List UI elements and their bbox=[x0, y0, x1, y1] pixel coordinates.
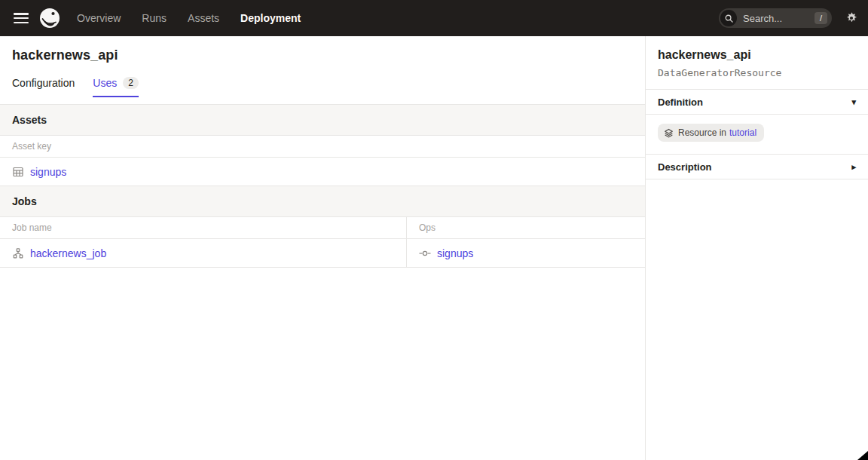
hamburger-icon[interactable] bbox=[14, 13, 29, 23]
resource-origin-tag: Resource in tutorial bbox=[658, 124, 764, 142]
resource-name: hackernews_api bbox=[658, 48, 856, 62]
assets-column-header-row: Asset key bbox=[0, 136, 645, 158]
dagster-logo[interactable] bbox=[39, 8, 60, 29]
page-title: hackernews_api bbox=[12, 36, 633, 63]
column-asset-key: Asset key bbox=[0, 141, 63, 152]
nav-item-deployment[interactable]: Deployment bbox=[240, 12, 301, 24]
asset-row: signups bbox=[0, 158, 645, 186]
description-section-label: Description bbox=[658, 161, 712, 173]
tag-prefix: Resource in bbox=[678, 127, 726, 138]
asset-cell: signups bbox=[0, 158, 78, 186]
job-name-cell: hackernews_job bbox=[0, 239, 407, 267]
definition-section-toggle[interactable]: Definition ▾ bbox=[646, 90, 868, 115]
top-nav: Overview Runs Assets Deployment / bbox=[0, 0, 868, 36]
layers-icon bbox=[664, 128, 674, 138]
assets-section-header: Assets bbox=[0, 105, 645, 136]
job-link-hackernews-job[interactable]: hackernews_job bbox=[30, 247, 106, 259]
jobs-section-header: Jobs bbox=[0, 186, 645, 217]
side-panel-header: hackernews_api DataGeneratorResource bbox=[646, 36, 868, 90]
main-content: hackernews_api Configuration Uses 2 Asse… bbox=[0, 36, 645, 460]
column-ops: Ops bbox=[407, 222, 645, 233]
nav-links: Overview Runs Assets Deployment bbox=[77, 12, 301, 24]
chevron-down-icon: ▾ bbox=[851, 97, 856, 107]
search-input[interactable] bbox=[743, 13, 806, 24]
asset-table-icon bbox=[12, 166, 24, 178]
nav-right: / bbox=[719, 8, 857, 28]
search-icon bbox=[720, 10, 737, 26]
tab-uses-label: Uses bbox=[93, 77, 117, 89]
job-row: hackernews_job signups bbox=[0, 239, 645, 268]
definition-section-body: Resource in tutorial bbox=[646, 115, 868, 155]
asset-link-signups[interactable]: signups bbox=[30, 166, 66, 178]
nav-item-runs[interactable]: Runs bbox=[142, 12, 167, 24]
assets-section-title: Assets bbox=[12, 114, 47, 126]
tab-bar: Configuration Uses 2 bbox=[12, 77, 633, 97]
definition-section-label: Definition bbox=[658, 97, 703, 108]
nav-item-overview[interactable]: Overview bbox=[77, 12, 121, 24]
tag-tutorial-link[interactable]: tutorial bbox=[729, 127, 756, 138]
tab-configuration-label: Configuration bbox=[12, 77, 75, 89]
jobs-column-header-row: Job name Ops bbox=[0, 217, 645, 239]
nav-item-assets[interactable]: Assets bbox=[188, 12, 219, 24]
tab-uses-count-badge: 2 bbox=[123, 77, 139, 89]
search-shortcut-key: / bbox=[815, 12, 827, 24]
column-job-name: Job name bbox=[0, 217, 407, 238]
chevron-right-icon: ▸ bbox=[851, 162, 856, 172]
job-graph-icon bbox=[12, 247, 24, 259]
page-header: hackernews_api Configuration Uses 2 bbox=[0, 36, 645, 105]
gear-icon[interactable] bbox=[845, 12, 857, 24]
tab-configuration[interactable]: Configuration bbox=[12, 77, 75, 97]
search-box[interactable]: / bbox=[719, 8, 832, 28]
tab-uses[interactable]: Uses 2 bbox=[93, 77, 139, 97]
op-link-signups[interactable]: signups bbox=[437, 247, 473, 259]
jobs-section-title: Jobs bbox=[12, 195, 37, 207]
description-section-toggle[interactable]: Description ▸ bbox=[646, 155, 868, 179]
op-icon bbox=[419, 247, 431, 259]
resource-type: DataGeneratorResource bbox=[658, 67, 856, 78]
ops-cell: signups bbox=[407, 239, 645, 267]
resource-side-panel: hackernews_api DataGeneratorResource Def… bbox=[645, 36, 868, 460]
